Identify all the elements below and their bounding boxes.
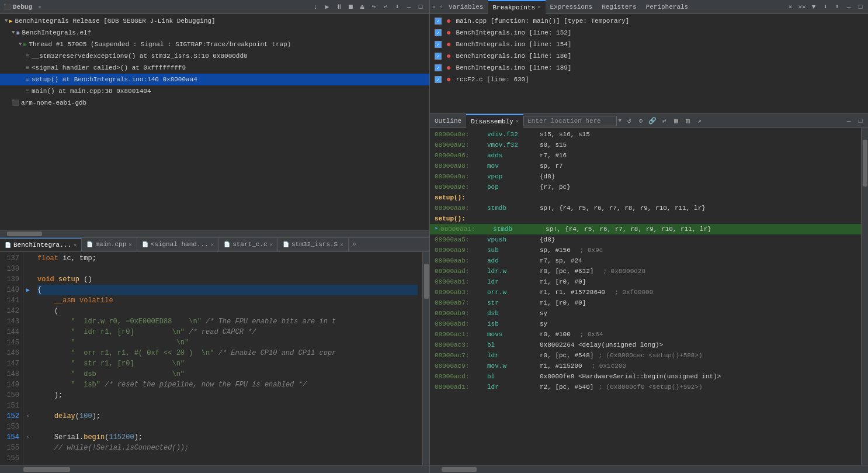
debug-h-scrollbar[interactable]	[0, 230, 429, 238]
tab-close-0[interactable]: ✕	[74, 242, 77, 248]
tree-item-frame-2[interactable]: ≡ setup() at BenchIntegrals.ino:140 0x80…	[0, 74, 429, 85]
disasm-v-scrollbar[interactable]	[861, 128, 868, 465]
frame-icon-3: ≡	[26, 88, 29, 95]
debug-tab-close[interactable]: ✕	[38, 4, 41, 11]
tab-breakpoints[interactable]: Breakpoints ✕	[488, 0, 545, 14]
debug-step-over[interactable]: ↪	[369, 2, 379, 12]
disasm-pc[interactable]: ⊙	[636, 116, 646, 126]
bp-checkbox-4[interactable]: ✓	[435, 64, 442, 71]
tab-close-2[interactable]: ✕	[211, 241, 214, 248]
code-line-142: (	[37, 306, 418, 316]
code-v-scrollbar[interactable]	[422, 252, 429, 465]
tree-item-frame-0[interactable]: ≡ __stm32reservedexception9() at stm32_i…	[0, 50, 429, 62]
disasm-line-7: 08000aa5: vpush {d8}	[430, 234, 861, 245]
tab-variables[interactable]: Variables	[444, 0, 488, 14]
bp-checkbox-0[interactable]: ✓	[435, 18, 442, 25]
pc-arrow-disasm: ➤	[435, 224, 438, 234]
debug-disconnect[interactable]: ⏏	[357, 2, 367, 12]
tab-expressions[interactable]: Expressions	[546, 0, 598, 14]
disasm-line-16: 08000ac1: movs r0, #100 ; 0x64	[430, 329, 861, 340]
tab-benchintegrals[interactable]: 📄 BenchIntegra... ✕	[0, 238, 82, 252]
tab-maincpp[interactable]: 📄 main.cpp ✕	[82, 238, 137, 252]
bp-checkbox-1[interactable]: ✓	[435, 29, 442, 36]
tree-item-gdb[interactable]: ⬛ arm-none-eabi-gdb	[0, 97, 429, 109]
disasm-tab-close[interactable]: ✕	[516, 118, 519, 125]
tab-file-icon-3: 📄	[224, 241, 230, 248]
breakpoints-tab-close[interactable]: ✕	[537, 4, 540, 11]
tree-item-launch[interactable]: ▼ ▶ BenchIntegrals Release [GDB SEGGER J…	[0, 15, 429, 27]
tab-overflow[interactable]: »	[349, 240, 360, 248]
bp-item-5[interactable]: ✓ ● rccF2.c [line: 630]	[430, 74, 868, 85]
bp-gutter: ▶ ⚡ ⚡	[23, 252, 33, 465]
disasm-layout2[interactable]: ▥	[682, 116, 693, 126]
bp-item-3[interactable]: ✓ ● BenchIntegrals.ino [line: 180]	[430, 50, 868, 62]
frame-icon-0: ≡	[26, 53, 29, 60]
debug-suspend[interactable]: ⏸	[334, 2, 344, 12]
bp-checkbox-3[interactable]: ✓	[435, 53, 442, 60]
tree-item-thread[interactable]: ▼ ⊕ Thread #1 57005 (Suspended : Signal …	[0, 39, 429, 50]
disasm-line-3: 08000a98: mov sp, r7	[430, 161, 861, 171]
breakpoints-close[interactable]: ✕	[432, 4, 436, 11]
debug-step-into[interactable]: ↓	[310, 2, 321, 12]
tab-signal[interactable]: 📄 <signal hand... ✕	[137, 238, 219, 252]
disasm-maximize[interactable]: □	[855, 116, 866, 126]
tree-item-frame-1[interactable]: ≡ <signal handler called>() at 0xfffffff…	[0, 62, 429, 74]
bp-collapse[interactable]: —	[843, 2, 854, 12]
bp-expand[interactable]: □	[855, 2, 866, 12]
location-dropdown[interactable]: ▼	[618, 118, 622, 124]
disasm-open[interactable]: ↗	[694, 116, 704, 126]
debug-drop-to-frame[interactable]: ⬇	[392, 2, 402, 12]
disasm-link[interactable]: 🔗	[647, 116, 658, 126]
bp-delete[interactable]: ✕	[785, 2, 796, 12]
bp-export[interactable]: ⬆	[832, 2, 842, 12]
disasm-sync[interactable]: ⇄	[659, 116, 669, 126]
breakpoints-tab-label: Breakpoints	[492, 4, 535, 11]
tab-startc[interactable]: 📄 start_c.c ✕	[219, 238, 278, 252]
tab-peripherals[interactable]: Peripherals	[641, 0, 693, 14]
disasm-h-scrollbar[interactable]	[430, 465, 868, 473]
bp-item-0[interactable]: ✓ ● main.cpp [function: main()] [type: T…	[430, 15, 868, 27]
code-h-scrollbar[interactable]	[0, 465, 429, 473]
tab-close-3[interactable]: ✕	[270, 241, 273, 248]
bp-item-4[interactable]: ✓ ● BenchIntegrals.ino [line: 189]	[430, 62, 868, 74]
disasm-layout1[interactable]: ▦	[671, 116, 681, 126]
disasm-minimize[interactable]: —	[843, 116, 854, 126]
bp-delete-all[interactable]: ✕✕	[797, 2, 807, 12]
bp-item-1[interactable]: ✓ ● BenchIntegrals.ino [line: 152]	[430, 27, 868, 39]
maximize-debug[interactable]: □	[415, 2, 426, 12]
disasm-lines[interactable]: 08000a8e: vdiv.f32 s15, s16, s15 08000a9…	[430, 128, 861, 465]
bp-item-2[interactable]: ✓ ● BenchIntegrals.ino [line: 154]	[430, 39, 868, 50]
disasm-line-2: 08000a96: adds r7, #16	[430, 150, 861, 161]
code-editor[interactable]: float ic, tmp; void setup () { __asm vol…	[33, 252, 422, 465]
tab-registers[interactable]: Registers	[597, 0, 641, 14]
bp-text-5: rccF2.c [line: 630]	[456, 76, 529, 83]
tree-item-frame-3[interactable]: ≡ main() at main.cpp:38 0x8001404	[0, 85, 429, 97]
code-line-141: __asm volatile	[37, 295, 418, 306]
bp-dot-4: ●	[446, 63, 451, 72]
tab-outline[interactable]: Outline	[430, 114, 466, 128]
peripherals-tab-label: Peripherals	[646, 4, 689, 11]
location-input[interactable]	[523, 116, 617, 126]
tab-close-4[interactable]: ✕	[340, 241, 343, 248]
debug-step-return[interactable]: ↩	[380, 2, 391, 12]
tree-item-elf[interactable]: ▼ ◉ BenchIntegrals.elf	[0, 27, 429, 39]
bp-import[interactable]: ⬇	[820, 2, 831, 12]
tab-disassembly[interactable]: Disassembly ✕	[466, 114, 523, 128]
disasm-label-setup1: setup():	[430, 192, 861, 203]
bp-checkbox-5[interactable]: ✓	[435, 76, 442, 83]
bp-filter[interactable]: ▼	[808, 2, 819, 12]
code-line-156	[37, 453, 418, 464]
code-line-150: );	[37, 390, 418, 401]
tab-label-2: <signal hand...	[151, 241, 209, 248]
disasm-refresh[interactable]: ↺	[624, 116, 634, 126]
expressions-tab-label: Expressions	[550, 4, 593, 11]
bp-checkbox-2[interactable]: ✓	[435, 41, 442, 48]
disasm-line-1: 08000a92: vmov.f32 s0, s15	[430, 140, 861, 150]
tab-close-1[interactable]: ✕	[129, 241, 131, 248]
expand-arrow: ▼	[5, 18, 8, 24]
breakpoints-icon2[interactable]: ⚡	[439, 4, 443, 11]
debug-stop[interactable]: ⏹	[345, 2, 356, 12]
debug-resume[interactable]: ▶	[322, 2, 332, 12]
tab-isrs[interactable]: 📄 stm32_isrs.S ✕	[278, 238, 349, 252]
minimize-debug[interactable]: —	[404, 2, 414, 12]
